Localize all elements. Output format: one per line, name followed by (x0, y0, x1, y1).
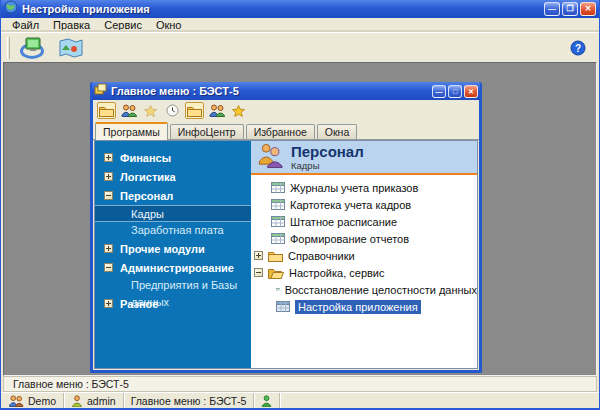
sidebar-item-personnel[interactable]: Персонал (95, 186, 251, 205)
tree-item-label: Настройка приложения (295, 300, 421, 314)
sidebar-item-administration[interactable]: Администрирование (95, 258, 251, 277)
restore-button[interactable]: ❐ (562, 2, 578, 16)
folder-icon (268, 250, 283, 262)
folder-open-icon (268, 267, 284, 279)
tab-programs[interactable]: Программы (95, 122, 168, 140)
svg-text:?: ? (575, 42, 581, 53)
sidebar-label: Персонал (120, 190, 173, 202)
user-icon (71, 395, 83, 407)
sidebar-item-logistics[interactable]: Логистика (95, 167, 251, 186)
tree-item-label: Настройка, сервис (289, 267, 385, 279)
tab-infocenter[interactable]: ИнфоЦентр (170, 124, 244, 140)
taskbar-window-button[interactable]: Главное меню : БЭСТ-5 (13, 378, 129, 390)
tab-favorites[interactable]: Избранное (246, 124, 315, 140)
history-clock-icon[interactable] (163, 102, 182, 119)
sidebar-item-misc[interactable]: Разное (95, 294, 251, 313)
menu-file[interactable]: Файл (5, 19, 46, 31)
favorites-star2-icon[interactable] (229, 102, 248, 119)
mdi-window-title: Главное меню : БЭСТ-5 (111, 85, 428, 97)
users-view-icon[interactable] (119, 102, 138, 119)
status-user-label: admin (87, 395, 116, 407)
mdi-minimize-button[interactable]: — (432, 85, 446, 98)
favorites-star-icon[interactable] (141, 102, 160, 119)
sidebar-item-enterprises[interactable]: Предприятия и Базы данных (95, 277, 251, 294)
tree-item-label: Справочники (288, 250, 355, 262)
expand-plus-icon[interactable] (104, 299, 113, 308)
app-window: Настройка приложения — ❐ ✕ Файл Правка С… (0, 0, 600, 410)
map-icon[interactable] (56, 35, 86, 61)
online-user-icon (261, 395, 272, 407)
collapse-minus-icon[interactable] (254, 268, 263, 277)
window-title: Настройка приложения (22, 3, 540, 15)
tree-item[interactable]: Картотека учета кадров (251, 196, 477, 213)
table-icon (271, 199, 285, 210)
sidebar-label: Финансы (120, 152, 171, 164)
folder-view2-icon[interactable] (185, 102, 204, 119)
people-group-icon (257, 142, 284, 173)
panel-title: Персонал (291, 144, 364, 160)
menu-edit[interactable]: Правка (46, 19, 97, 31)
users-view2-icon[interactable] (207, 102, 226, 119)
sidebar-item-kadry[interactable]: Кадры (95, 205, 251, 222)
system-monitor-icon[interactable] (18, 35, 48, 61)
mdi-maximize-button[interactable]: □ (448, 85, 462, 98)
status-company-label: Demo (28, 395, 56, 407)
mdi-window-taskbar: Главное меню : БЭСТ-5 (3, 376, 597, 392)
panel-tree: Журналы учета приказов Картотека учета к… (251, 175, 477, 315)
tree-item[interactable]: Формирование отчетов (251, 230, 477, 247)
tab-windows[interactable]: Окна (317, 124, 357, 140)
sidebar-label: Разное (120, 298, 158, 310)
mdi-tabstrip: Программы ИнфоЦентр Избранное Окна (93, 121, 479, 140)
status-session (254, 393, 280, 408)
table-icon (276, 301, 290, 312)
company-users-icon (8, 395, 24, 407)
tree-item[interactable]: Штатное расписание (251, 213, 477, 230)
tree-item-selected[interactable]: Настройка приложения (251, 298, 477, 315)
expand-plus-icon[interactable] (104, 244, 113, 253)
mdi-titlebar[interactable]: Главное меню : БЭСТ-5 — □ ✕ (92, 82, 480, 100)
status-window-label: Главное меню : БЭСТ-5 (131, 395, 247, 407)
help-icon[interactable]: ? (563, 35, 593, 61)
menu-service[interactable]: Сервис (97, 19, 149, 31)
expand-plus-icon[interactable] (104, 172, 113, 181)
status-user: admin (64, 393, 124, 408)
collapse-minus-icon[interactable] (104, 263, 113, 272)
content-panel: Персонал Кадры Журналы учета приказов Ка… (251, 141, 477, 368)
sidebar-item-finance[interactable]: Финансы (95, 148, 251, 167)
collapse-minus-icon[interactable] (104, 191, 113, 200)
tree-folder-settings-service[interactable]: Настройка, сервис (251, 264, 477, 281)
table-icon (271, 233, 285, 244)
menu-window[interactable]: Окно (149, 19, 189, 31)
mdi-toolbar (93, 100, 479, 121)
sidebar-label: Администрирование (120, 262, 234, 274)
toolbar-grip (7, 37, 10, 59)
minimize-button[interactable]: — (544, 2, 560, 16)
app-icon (4, 0, 18, 18)
mdi-window-main-menu: Главное меню : БЭСТ-5 — □ ✕ (90, 82, 482, 373)
sidebar-label: Логистика (120, 171, 176, 183)
mdi-close-button[interactable]: ✕ (464, 85, 478, 98)
main-titlebar: Настройка приложения — ❐ ✕ (1, 0, 599, 18)
mdi-window-icon (94, 82, 107, 100)
main-toolbar: ? (1, 32, 599, 62)
sidebar-item-salary[interactable]: Заработная плата (95, 222, 251, 239)
menu-bar: Файл Правка Сервис Окно (1, 18, 599, 32)
mdi-client-area: Главное меню : БЭСТ-5 — □ ✕ (3, 62, 597, 376)
status-company: Demo (1, 393, 64, 408)
close-button[interactable]: ✕ (580, 2, 596, 16)
folder-view-icon[interactable] (97, 102, 116, 119)
table-icon (276, 284, 280, 295)
tree-item[interactable]: Восстановление целостности данных (251, 281, 477, 298)
tree-item-label: Штатное расписание (290, 216, 397, 228)
sidebar-label: Прочие модули (120, 243, 205, 255)
table-icon (271, 182, 285, 193)
expand-plus-icon[interactable] (104, 153, 113, 162)
expand-plus-icon[interactable] (254, 251, 263, 260)
sidebar-item-other-modules[interactable]: Прочие модули (95, 239, 251, 258)
tree-item[interactable]: Журналы учета приказов (251, 179, 477, 196)
status-active-window: Главное меню : БЭСТ-5 (124, 393, 255, 408)
panel-header: Персонал Кадры (251, 141, 477, 175)
tree-folder-spravochniki[interactable]: Справочники (251, 247, 477, 264)
table-icon (271, 216, 285, 227)
module-sidebar: Финансы Логистика Персонал Кадры Заработ… (95, 141, 251, 368)
